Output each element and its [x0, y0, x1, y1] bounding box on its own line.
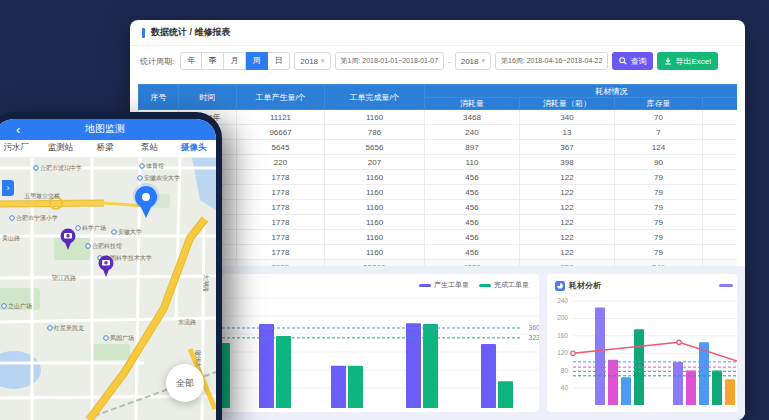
y-axis-tick: 40	[561, 384, 569, 391]
table-cell: 79	[615, 200, 703, 215]
expand-panel-button[interactable]: ›	[2, 180, 14, 196]
table-cell: 1778	[237, 185, 325, 200]
table-cell: 90	[615, 155, 703, 170]
table-cell: 1160	[325, 245, 425, 260]
table-cell: 1778	[237, 245, 325, 260]
completed-bar	[498, 381, 513, 408]
table-cell: 122	[520, 200, 615, 215]
phone-tab-摄像头[interactable]: 摄像头	[172, 142, 216, 154]
table-cell: 5656	[325, 140, 425, 155]
pie-chart-icon	[555, 281, 565, 291]
period-option-季[interactable]: 季	[202, 52, 224, 70]
end-year-select[interactable]: 2018 ▾	[455, 52, 491, 70]
y-axis-tick: 240	[557, 297, 568, 304]
phone-tab-污水厂[interactable]: 污水厂	[0, 142, 38, 154]
selected-location-pin[interactable]	[133, 183, 159, 218]
table-cell: 456	[425, 215, 520, 230]
table-cell: 79	[615, 245, 703, 260]
column-header: 工单产生量/个	[237, 85, 325, 110]
end-range-input[interactable]: 第16周: 2018-04-16~2018-04-22	[495, 52, 608, 70]
sub-column-header: 库存量	[615, 98, 703, 110]
table-cell: 786	[325, 125, 425, 140]
phone-tab-泵站[interactable]: 泵站	[127, 142, 171, 154]
table-cell: 122	[520, 245, 615, 260]
map-view[interactable]: 合肥市琥珀中学体育馆安徽农业大学五里墩立交桥合肥市宁溪小学科学广场安徽大学合肥科…	[0, 158, 216, 420]
map-label: 科学广场	[82, 225, 106, 232]
legend-item[interactable]: 完成工单量	[479, 280, 529, 290]
trend-line-marker	[571, 351, 575, 355]
camera-pin[interactable]	[99, 256, 114, 278]
table-cell: 122	[520, 215, 615, 230]
phone-tab-监测站[interactable]: 监测站	[38, 142, 82, 154]
phone-mockup: ‹ 地图监测 污水厂监测站桥梁泵站摄像头	[0, 112, 222, 420]
table-cell: 456	[425, 170, 520, 185]
search-button[interactable]: 查询	[612, 52, 653, 70]
table-cell: 70	[615, 110, 703, 125]
table-cell: 79	[615, 215, 703, 230]
column-header: 工单完成量/个	[325, 85, 425, 110]
poi-icon	[76, 226, 81, 231]
map-label: 之山广场	[8, 302, 32, 310]
period-option-年[interactable]: 年	[180, 52, 202, 70]
period-option-周[interactable]: 周	[246, 52, 268, 70]
end-year-value: 2018	[461, 57, 479, 66]
export-excel-button[interactable]: 导出Excel	[657, 52, 718, 70]
range-separator: -	[448, 57, 451, 66]
y-axis-tick: 120	[557, 349, 568, 356]
table-cell: 1160	[325, 110, 425, 125]
table-cell: 96667	[237, 125, 325, 140]
table-row: 32016年56455656897367124129	[139, 140, 738, 155]
show-all-button[interactable]: 全部	[166, 364, 204, 402]
y-axis-tick: 160	[557, 332, 568, 339]
legend-label: 完成工单量	[494, 280, 529, 290]
export-button-label: 导出Excel	[675, 56, 711, 67]
table-cell: 1778	[237, 170, 325, 185]
poi-icon	[138, 176, 143, 181]
table-cell: 897	[425, 140, 520, 155]
download-icon	[664, 57, 672, 65]
table-cell: 1778	[237, 230, 325, 245]
lake-area	[0, 351, 41, 389]
phone-tab-桥梁[interactable]: 桥梁	[83, 142, 127, 154]
period-option-日[interactable]: 日	[268, 52, 290, 70]
table-row: 42017年2202071103989019	[139, 155, 738, 170]
column-header: 时间	[179, 85, 237, 110]
table-row: 102023年177811604561227967	[139, 245, 738, 260]
back-icon[interactable]: ‹	[16, 119, 20, 143]
start-year-select[interactable]: 2018 ▾	[294, 52, 330, 70]
table-cell: 1778	[237, 215, 325, 230]
table-cell: 340	[520, 110, 615, 125]
sub-column-header: 消耗量	[425, 98, 520, 110]
y-axis-tick: 200	[557, 314, 568, 321]
legend-label: 产生工单量	[434, 280, 469, 290]
consumable-bar	[608, 360, 618, 405]
charts-section: 产生工单量完成工单量 360323 耗材分析 2402001601208040	[130, 266, 745, 420]
poi-icon	[2, 304, 7, 309]
legend-item[interactable]: 产生工单量	[419, 280, 469, 290]
table-cell: 79	[615, 230, 703, 245]
table-row: 82021年177811604561227967	[139, 215, 738, 230]
table-cell: 456	[425, 245, 520, 260]
start-range-input[interactable]: 第1周: 2018-01-01~2018-01-07	[335, 52, 444, 70]
map-label: 黄山路	[2, 235, 20, 242]
completed-bar	[423, 324, 438, 408]
table-cell: 19	[703, 155, 738, 170]
legend-swatch-icon	[419, 284, 431, 287]
consumable-legend-line[interactable]	[719, 284, 733, 287]
table-cell: 79	[615, 185, 703, 200]
table-cell: 67	[703, 185, 738, 200]
table-cell: 122	[520, 170, 615, 185]
map-label: 安徽大学	[118, 228, 142, 236]
period-option-月[interactable]: 月	[224, 52, 246, 70]
workorder-chart-legend: 产生工单量完成工单量	[222, 274, 539, 290]
table-cell: 67	[703, 230, 738, 245]
poi-icon	[140, 164, 145, 169]
table-cell: 3468	[425, 110, 520, 125]
table-cell: 456	[425, 200, 520, 215]
period-label: 统计周期:	[140, 56, 174, 67]
produced-bar	[481, 344, 496, 408]
table-cell: 250	[703, 110, 738, 125]
table-cell: 67	[703, 200, 738, 215]
completed-bar	[348, 366, 363, 408]
table-cell: 1160	[325, 170, 425, 185]
